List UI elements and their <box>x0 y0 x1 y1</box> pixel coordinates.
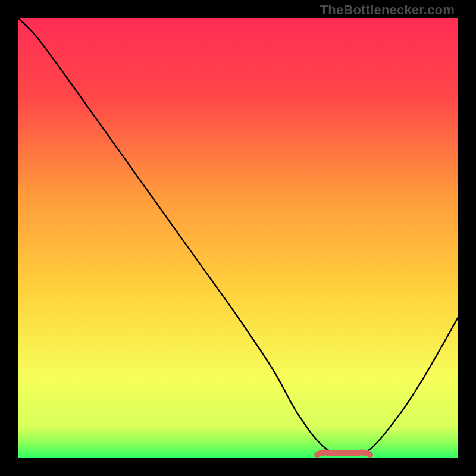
gradient-background <box>18 18 458 458</box>
watermark-text: TheBottlenecker.com <box>320 2 455 18</box>
bottleneck-chart <box>18 18 458 458</box>
chart-frame <box>18 18 458 458</box>
optimal-range-marker <box>317 453 370 455</box>
